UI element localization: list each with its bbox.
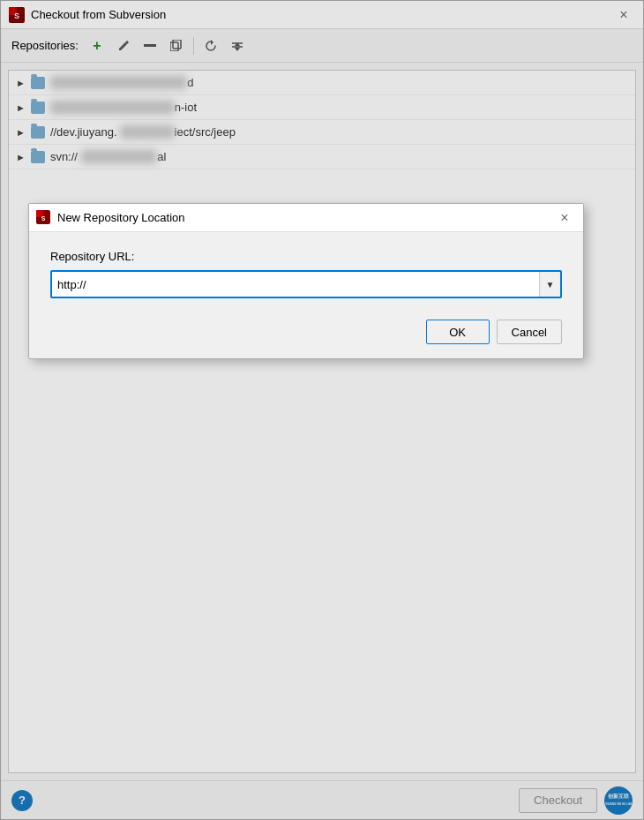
svg-text:S: S	[41, 215, 46, 222]
url-field-label: Repository URL:	[50, 250, 562, 263]
modal-close-button[interactable]: ×	[553, 207, 576, 229]
ok-button[interactable]: OK	[426, 320, 490, 344]
repository-url-input[interactable]	[52, 272, 539, 297]
cancel-button[interactable]: Cancel	[497, 320, 562, 344]
modal-footer: OK Cancel	[29, 312, 583, 358]
modal-title-bar: S New Repository Location ×	[29, 204, 583, 232]
new-repository-dialog: S New Repository Location × Repository U…	[28, 203, 584, 359]
modal-app-icon: S	[36, 210, 52, 226]
url-dropdown-button[interactable]: ▼	[539, 272, 560, 297]
modal-title: New Repository Location	[57, 211, 553, 224]
modal-body: Repository URL: ▼	[29, 232, 583, 312]
modal-backdrop	[0, 0, 644, 820]
url-input-container: ▼	[50, 270, 562, 298]
